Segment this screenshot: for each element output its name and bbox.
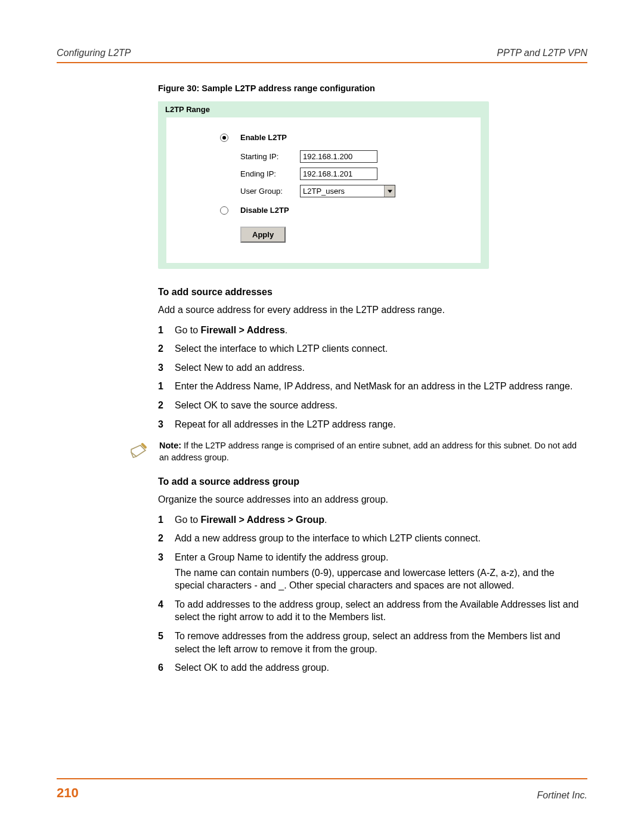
- l2tp-range-panel: L2TP Range Enable L2TP Starting IP: Endi…: [158, 101, 489, 269]
- page-number: 210: [57, 785, 79, 801]
- step-body: Select OK to save the source address.: [175, 399, 581, 412]
- header-left: Configuring L2TP: [57, 48, 131, 58]
- user-group-row: User Group: L2TP_users: [220, 185, 469, 197]
- step-number: 1: [158, 324, 175, 337]
- tab-l2tp-range[interactable]: L2TP Range: [158, 101, 217, 117]
- page-content: Figure 30: Sample L2TP address range con…: [57, 83, 587, 674]
- step-item: 1Go to Firewall > Address.: [158, 324, 581, 337]
- starting-ip-input[interactable]: [300, 150, 377, 163]
- user-group-select[interactable]: L2TP_users: [300, 185, 395, 197]
- enable-l2tp-label: Enable L2TP: [240, 133, 287, 142]
- step-item: 4To add addresses to the address group, …: [158, 598, 581, 624]
- step-body: Add a new address group to the interface…: [175, 532, 581, 545]
- enable-l2tp-option[interactable]: Enable L2TP: [220, 133, 469, 142]
- svg-marker-0: [388, 190, 392, 193]
- step-body: Repeat for all addresses in the L2TP add…: [175, 418, 581, 431]
- step-item: 2Add a new address group to the interfac…: [158, 532, 581, 545]
- starting-ip-row: Starting IP:: [220, 150, 469, 163]
- step-number: 2: [158, 532, 175, 545]
- disable-l2tp-label: Disable L2TP: [240, 206, 289, 215]
- step-number: 3: [158, 361, 175, 374]
- section-add-source-address-group-title: To add a source address group: [158, 476, 581, 487]
- step-body: Go to Firewall > Address.: [175, 324, 581, 337]
- step-body: Go to Firewall > Address > Group.: [175, 513, 581, 527]
- step-body: To add addresses to the address group, s…: [175, 598, 581, 624]
- header-rule: [57, 62, 587, 63]
- step-number: 2: [158, 399, 175, 412]
- step-item: 1Go to Firewall > Address > Group.: [158, 513, 581, 527]
- footer-rule: [57, 778, 587, 779]
- step-item: 3Repeat for all addresses in the L2TP ad…: [158, 418, 581, 431]
- step-number: 3: [158, 418, 175, 431]
- note-label: Note:: [159, 441, 181, 450]
- page-header: Configuring L2TP PPTP and L2TP VPN: [57, 48, 587, 62]
- step-body: Select New to add an address.: [175, 361, 581, 374]
- radio-enable-l2tp[interactable]: [220, 134, 228, 142]
- step-number: 2: [158, 342, 175, 355]
- radio-disable-l2tp[interactable]: [220, 206, 228, 215]
- step-item: 2Select the interface to which L2TP clie…: [158, 342, 581, 355]
- disable-l2tp-option[interactable]: Disable L2TP: [220, 206, 469, 215]
- note-block: Note: If the L2TP address range is compr…: [128, 440, 581, 463]
- step-body: Select OK to add the address group.: [175, 661, 581, 674]
- l2tp-form: Enable L2TP Starting IP: Ending IP: User…: [166, 117, 481, 263]
- step-item: 3Select New to add an address.: [158, 361, 581, 374]
- step-item: 2Select OK to save the source address.: [158, 399, 581, 412]
- step-body: Enter a Group Name to identify the addre…: [175, 551, 581, 592]
- note-icon: [128, 441, 148, 462]
- user-group-label: User Group:: [240, 187, 300, 196]
- user-group-value: L2TP_users: [301, 185, 384, 197]
- step-body: Enter the Address Name, IP Address, and …: [175, 380, 581, 393]
- ending-ip-input[interactable]: [300, 168, 377, 180]
- step-body: Select the interface to which L2TP clien…: [175, 342, 581, 355]
- footer-company: Fortinet Inc.: [537, 790, 587, 801]
- page-footer: 210 Fortinet Inc.: [57, 778, 587, 801]
- section-add-source-addresses-title: To add source addresses: [158, 287, 581, 298]
- step-item: 6Select OK to add the address group.: [158, 661, 581, 674]
- step-number: 1: [158, 513, 175, 527]
- figure-caption: Figure 30: Sample L2TP address range con…: [158, 83, 581, 93]
- note-body: If the L2TP address range is comprised o…: [159, 441, 577, 462]
- section-a-intro: Add a source address for every address i…: [158, 304, 581, 317]
- step-body: To remove addresses from the address gro…: [175, 630, 581, 655]
- step-number: 3: [158, 551, 175, 592]
- apply-button[interactable]: Apply: [240, 227, 286, 243]
- step-item: 5To remove addresses from the address gr…: [158, 630, 581, 655]
- ending-ip-row: Ending IP:: [220, 168, 469, 180]
- steps-list-a: 1Go to Firewall > Address.2Select the in…: [158, 324, 581, 431]
- steps-list-b: 1Go to Firewall > Address > Group.2Add a…: [158, 513, 581, 674]
- starting-ip-label: Starting IP:: [240, 152, 300, 161]
- chevron-down-icon: [384, 185, 395, 197]
- step-number: 4: [158, 598, 175, 624]
- step-number: 1: [158, 380, 175, 393]
- step-number: 6: [158, 661, 175, 674]
- section-b-intro: Organize the source addresses into an ad…: [158, 493, 581, 506]
- ending-ip-label: Ending IP:: [240, 169, 300, 178]
- step-item: 1Enter the Address Name, IP Address, and…: [158, 380, 581, 393]
- step-item: 3Enter a Group Name to identify the addr…: [158, 551, 581, 592]
- step-number: 5: [158, 630, 175, 655]
- note-text: Note: If the L2TP address range is compr…: [159, 440, 581, 463]
- header-right: PPTP and L2TP VPN: [497, 48, 587, 58]
